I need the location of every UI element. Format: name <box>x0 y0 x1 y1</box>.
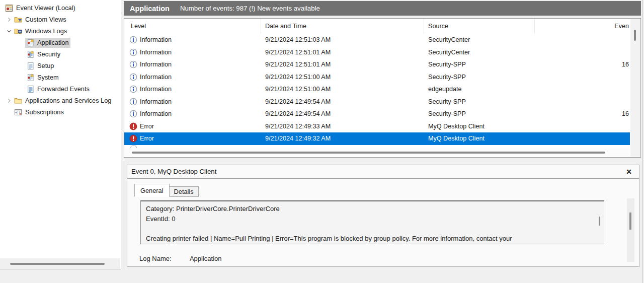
partial-next-row-icon <box>130 145 137 148</box>
log-name-value: Application <box>190 255 222 262</box>
level-cell: Information <box>124 36 261 44</box>
level-label: Information <box>140 36 172 43</box>
tree-item-security[interactable]: Security <box>0 48 121 60</box>
tree-item-label: Subscriptions <box>25 108 64 116</box>
tab-general[interactable]: General <box>134 184 170 197</box>
tree-item-label: Forwarded Events <box>37 85 90 93</box>
description-scrollbar-thumb[interactable] <box>599 217 600 226</box>
event-row[interactable]: Information9/21/2024 12:51:00 AMedgeupda… <box>124 83 630 96</box>
events-count-status: Number of events: 987 (!) New events ava… <box>180 5 320 12</box>
chevron-right-icon[interactable] <box>5 97 13 105</box>
console-tree: Event Viewer (Local)Custom ViewsWindows … <box>0 2 121 118</box>
level-cell: Information <box>124 60 261 68</box>
log-alert-icon <box>26 74 35 82</box>
chevron-spacer <box>5 108 13 116</box>
list-header-row: Level Date and Time Source Even <box>124 19 630 34</box>
source-cell: SecurityCenter <box>424 49 535 56</box>
column-header-level[interactable]: Level <box>124 19 261 34</box>
event-row[interactable]: Error9/21/2024 12:49:32 AMMyQ Desktop Cl… <box>124 132 630 145</box>
list-horizontal-scrollbar[interactable] <box>125 149 630 157</box>
tree-item-applications-and-services-log[interactable]: Applications and Services Log <box>0 95 121 106</box>
column-header-date-and-time[interactable]: Date and Time <box>261 19 424 34</box>
tree-item-label: Applications and Services Log <box>25 97 111 104</box>
event-row[interactable]: Information9/21/2024 12:49:54 AMSecurity… <box>124 108 630 120</box>
event-row[interactable]: Information9/21/2024 12:49:54 AMSecurity… <box>124 96 630 108</box>
tree-item-label: Windows Logs <box>25 27 67 35</box>
preview-vertical-scrollbar[interactable] <box>627 198 634 262</box>
event-row[interactable]: Information9/21/2024 12:51:01 AMSecurity… <box>124 46 630 59</box>
level-label: Information <box>140 110 172 117</box>
level-cell: Information <box>124 98 261 106</box>
event-id-cell: 16 <box>535 110 630 117</box>
error-icon <box>129 122 137 130</box>
event-id-cell: 16 <box>535 61 630 68</box>
information-icon <box>129 110 137 118</box>
log-plain-icon <box>26 85 35 93</box>
preview-tabs: General Details <box>134 183 639 197</box>
tree-item-custom-views[interactable]: Custom Views <box>0 14 121 25</box>
source-cell: Security-SPP <box>424 98 535 105</box>
level-label: Information <box>140 61 172 68</box>
source-cell: edgeupdate <box>424 86 535 93</box>
tree-item-application[interactable]: Application <box>0 37 121 48</box>
log-header-bar: Application Number of events: 987 (!) Ne… <box>124 1 641 16</box>
column-header-event-id[interactable]: Even <box>535 19 630 34</box>
level-cell: Information <box>124 85 261 93</box>
chevron-right-icon[interactable] <box>5 16 13 24</box>
folder-filter-icon <box>14 16 23 24</box>
tab-details[interactable]: Details <box>169 186 199 197</box>
log-alert-icon <box>26 39 35 47</box>
event-row[interactable]: Information9/21/2024 12:51:03 AMSecurity… <box>124 34 630 46</box>
source-cell: SecurityCenter <box>424 36 535 43</box>
scrollbar-thumb[interactable] <box>132 152 605 154</box>
tree-item-label: Application <box>37 39 69 46</box>
close-icon[interactable]: ✕ <box>626 168 632 176</box>
tree-item-subscriptions[interactable]: Subscriptions <box>0 106 121 118</box>
tree-item-event-viewer-local[interactable]: Event Viewer (Local) <box>0 2 121 14</box>
level-cell: Error <box>124 134 261 143</box>
information-icon <box>129 85 137 93</box>
sidebar-horizontal-scrollbar[interactable] <box>0 258 120 269</box>
tree-item-label: Setup <box>37 62 54 69</box>
level-cell: Error <box>124 122 261 130</box>
log-name-row: Log Name: Application <box>139 255 222 262</box>
subscriptions-icon <box>14 108 23 116</box>
information-icon <box>129 73 137 81</box>
source-cell: Security-SPP <box>424 110 535 117</box>
log-name-label: Log Name: <box>139 255 188 262</box>
datetime-cell: 9/21/2024 12:49:54 AM <box>261 98 424 105</box>
tree-item-label: Custom Views <box>25 16 66 23</box>
source-cell: Security-SPP <box>424 74 535 81</box>
tree-item-setup[interactable]: Setup <box>0 60 121 72</box>
datetime-cell: 9/21/2024 12:51:01 AM <box>261 49 424 56</box>
level-label: Information <box>140 86 172 93</box>
chevron-down-icon[interactable] <box>5 27 13 35</box>
event-row[interactable]: Information9/21/2024 12:51:00 AMSecurity… <box>124 71 630 84</box>
information-icon <box>129 36 137 44</box>
list-vertical-scrollbar[interactable] <box>630 19 640 157</box>
scrollbar-thumb[interactable] <box>629 213 631 230</box>
event-row[interactable]: Error9/21/2024 12:49:33 AMMyQ Desktop Cl… <box>124 120 630 133</box>
tree-item-windows-logs[interactable]: Windows Logs <box>0 25 121 37</box>
log-alert-icon <box>26 50 35 58</box>
description-error-line: Creating printer failed | Name=Pull Prin… <box>146 234 599 244</box>
scrollbar-thumb[interactable] <box>10 263 105 265</box>
tree-item-system[interactable]: System <box>0 72 121 83</box>
level-label: Information <box>140 98 172 105</box>
folder-monitor-icon <box>14 27 23 35</box>
event-description-box[interactable]: Category: PrinterDriverCore.PrinterDrive… <box>140 200 604 244</box>
description-eventid-line: EventId: 0 <box>146 214 599 224</box>
event-preview-pane: Event 0, MyQ Desktop Client ✕ General De… <box>127 165 639 267</box>
source-cell: MyQ Desktop Client <box>424 123 535 130</box>
spacer <box>146 224 599 234</box>
log-title: Application <box>130 5 170 13</box>
tree-item-forwarded-events[interactable]: Forwarded Events <box>0 83 121 95</box>
scrollbar-thumb[interactable] <box>634 30 636 41</box>
tree-item-label: Event Viewer (Local) <box>16 4 75 12</box>
event-viewer-window: Event Viewer (Local)Custom ViewsWindows … <box>0 0 644 283</box>
event-list-panel: Level Date and Time Source Even Informat… <box>124 18 641 158</box>
event-viewer-icon <box>5 4 14 12</box>
event-row[interactable]: Information9/21/2024 12:51:01 AMSecurity… <box>124 58 630 71</box>
log-plain-icon <box>26 62 35 70</box>
column-header-source[interactable]: Source <box>424 19 535 34</box>
